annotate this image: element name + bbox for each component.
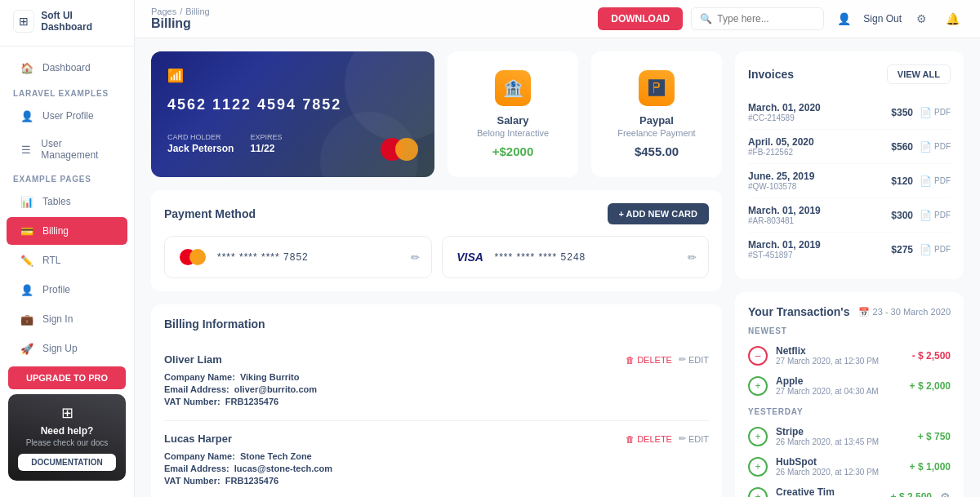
card-details: Card Holder Jack Peterson Expires 11/22: [167, 133, 282, 154]
visa-edit-icon[interactable]: ✏: [688, 251, 697, 264]
breadcrumb-separator: /: [180, 7, 182, 16]
billing-info-section: Billing Information Oliver Liam 🗑 DELETE: [151, 304, 722, 497]
invoice-pdf-4[interactable]: 📄 PDF: [920, 244, 951, 255]
mastercard-logo: [381, 138, 418, 161]
invoice-amount-4: $275: [891, 244, 913, 255]
sign-in-icon: 💼: [20, 312, 34, 326]
pdf-icon-1: 📄: [920, 141, 932, 153]
invoice-pdf-1[interactable]: 📄 PDF: [920, 141, 951, 153]
invoice-info-2: June. 25, 2019 #QW-103578: [748, 171, 814, 191]
mastercard-number: **** **** **** 7852: [217, 251, 403, 263]
apple-icon: +: [748, 376, 768, 396]
view-all-button[interactable]: VIEW ALL: [887, 64, 951, 84]
stripe-name: Stripe: [776, 426, 910, 437]
sidebar-logo: ⊞ Soft UI Dashboard: [0, 10, 134, 47]
sidebar-item-tables[interactable]: 📊 Tables: [7, 188, 127, 215]
rtl-icon: ✏️: [20, 253, 34, 268]
documentation-button[interactable]: DOCUMENTATION: [18, 454, 116, 471]
billing-entry-0: Oliver Liam 🗑 DELETE ✏ EDIT: [164, 342, 709, 421]
billing-delete-btn-0[interactable]: 🗑 DELETE: [626, 354, 672, 365]
sidebar-item-sign-up[interactable]: 🚀 Sign Up: [7, 335, 127, 362]
sidebar-item-label: Profile: [42, 284, 70, 295]
hubspot-amount: + $ 1,000: [910, 461, 951, 473]
billing-edit-btn-1[interactable]: ✏ EDIT: [679, 433, 709, 444]
upgrade-to-pro-button[interactable]: UPGRADE TO PRO: [8, 366, 126, 389]
billing-actions-0: 🗑 DELETE ✏ EDIT: [626, 354, 709, 365]
invoice-item-4: March. 01, 2019 #ST-451897 $275 📄 PDF: [748, 233, 951, 266]
invoice-ref-4: #ST-451897: [748, 251, 821, 260]
sidebar-item-user-profile[interactable]: 👤 User Profile: [7, 102, 127, 130]
left-column: 📶 4562 1122 4594 7852 Card Holder Jack P…: [151, 51, 722, 497]
payment-method-section: Payment Method + ADD NEW CARD: [151, 190, 722, 291]
settings-icon[interactable]: ⚙: [910, 7, 933, 30]
invoice-ref-1: #FB-212562: [748, 148, 814, 157]
visa-text: VISA: [457, 251, 483, 264]
apple-date: 27 March 2020, at 04:30 AM: [776, 387, 902, 396]
invoice-item-3: March. 01, 2019 #AR-803481 $300 📄 PDF: [748, 198, 951, 233]
salary-subtitle: Belong Interactive: [477, 128, 549, 138]
invoices-section: Invoices VIEW ALL March. 01, 2020 #CC-21…: [735, 51, 964, 279]
sidebar-item-label: Dashboard: [42, 62, 91, 73]
netflix-amount: - $ 2,500: [912, 350, 951, 362]
sidebar-item-rtl[interactable]: ✏️ RTL: [7, 246, 127, 274]
payment-card-mastercard: **** **** **** 7852 ✏: [164, 236, 432, 278]
billing-entry-1: Lucas Harper 🗑 DELETE ✏ EDIT: [164, 421, 709, 497]
transactions-gear-icon[interactable]: ⚙: [940, 490, 951, 498]
invoice-pdf-2[interactable]: 📄 PDF: [920, 175, 951, 187]
trans-stripe: + Stripe 26 March 2020, at 13:45 PM + $ …: [748, 421, 951, 451]
pdf-icon-4: 📄: [920, 244, 932, 255]
billing-delete-btn-1[interactable]: 🗑 DELETE: [626, 433, 672, 444]
billing-edit-btn-0[interactable]: ✏ EDIT: [679, 354, 709, 365]
sidebar-item-dashboard[interactable]: 🏠 Dashboard: [7, 54, 127, 82]
search-icon: 🔍: [700, 13, 712, 24]
mastercard-edit-icon[interactable]: ✏: [411, 251, 420, 264]
add-new-card-button[interactable]: + ADD NEW CARD: [608, 203, 709, 224]
invoice-right-0: $350 📄 PDF: [891, 107, 951, 118]
invoices-title: Invoices: [748, 68, 794, 81]
card-holder: Card Holder Jack Peterson: [167, 133, 234, 154]
hubspot-info: HubSpot 26 March 2020, at 12:30 PM: [776, 456, 902, 477]
search-input[interactable]: [717, 13, 815, 24]
visa-number: **** **** **** 5248: [495, 251, 680, 263]
main-content: Pages / Billing Billing DOWNLOAD 🔍 👤 Sig…: [135, 0, 980, 497]
billing-info-title: Billing Information: [164, 317, 265, 331]
sidebar-item-label: Sign Up: [42, 343, 78, 354]
card-expires-label: Expires: [250, 133, 282, 141]
stripe-icon: +: [748, 427, 768, 446]
invoice-date-0: March. 01, 2020: [748, 102, 821, 113]
sign-out-link[interactable]: Sign Out: [863, 13, 902, 24]
help-icon: ⊞: [18, 404, 116, 422]
hubspot-icon: +: [748, 457, 768, 477]
delete-icon-0: 🗑: [626, 355, 635, 365]
billing-icon: 💳: [20, 224, 34, 238]
breadcrumb-current: Billing: [185, 7, 209, 16]
pdf-icon-0: 📄: [920, 107, 932, 118]
invoice-pdf-0[interactable]: 📄 PDF: [920, 107, 951, 118]
sidebar-item-billing[interactable]: 💳 Billing: [7, 217, 127, 245]
tables-icon: 📊: [20, 194, 34, 209]
invoice-info-0: March. 01, 2020 #CC-214589: [748, 102, 821, 122]
download-button[interactable]: DOWNLOAD: [598, 7, 683, 30]
netflix-date: 27 March 2020, at 12:30 PM: [776, 357, 904, 366]
breadcrumb-pages: Pages: [151, 7, 176, 16]
transactions-date-range: 📅 23 - 30 March 2020: [858, 307, 951, 317]
sidebar-item-user-management[interactable]: ☰ User Management: [7, 131, 127, 167]
invoice-date-3: March. 01, 2019: [748, 205, 821, 216]
sidebar-item-profile[interactable]: 👤 Profile: [7, 276, 127, 304]
salary-card: 🏦 Salary Belong Interactive +$2000: [448, 51, 578, 177]
invoice-pdf-3[interactable]: 📄 PDF: [920, 210, 951, 221]
apple-info: Apple 27 March 2020, at 04:30 AM: [776, 375, 902, 396]
billing-entry-header-1: Lucas Harper 🗑 DELETE ✏ EDIT: [164, 433, 709, 445]
paypal-amount: $455.00: [635, 144, 679, 158]
user-profile-icon: 👤: [20, 109, 34, 123]
sidebar-item-sign-in[interactable]: 💼 Sign In: [7, 305, 127, 333]
hubspot-name: HubSpot: [776, 456, 902, 468]
invoice-amount-2: $120: [891, 175, 913, 187]
logo-text: Soft UI Dashboard: [41, 10, 121, 33]
invoice-item-2: June. 25, 2019 #QW-103578 $120 📄 PDF: [748, 164, 951, 198]
sidebar-item-label: User Management: [41, 138, 114, 161]
bell-icon[interactable]: 🔔: [941, 7, 964, 30]
yesterday-label: YESTERDAY: [748, 407, 951, 416]
billing-vat-1: VAT Number: FRB1235476: [164, 476, 709, 486]
payment-card-visa: VISA **** **** **** 5248 ✏: [442, 236, 710, 278]
